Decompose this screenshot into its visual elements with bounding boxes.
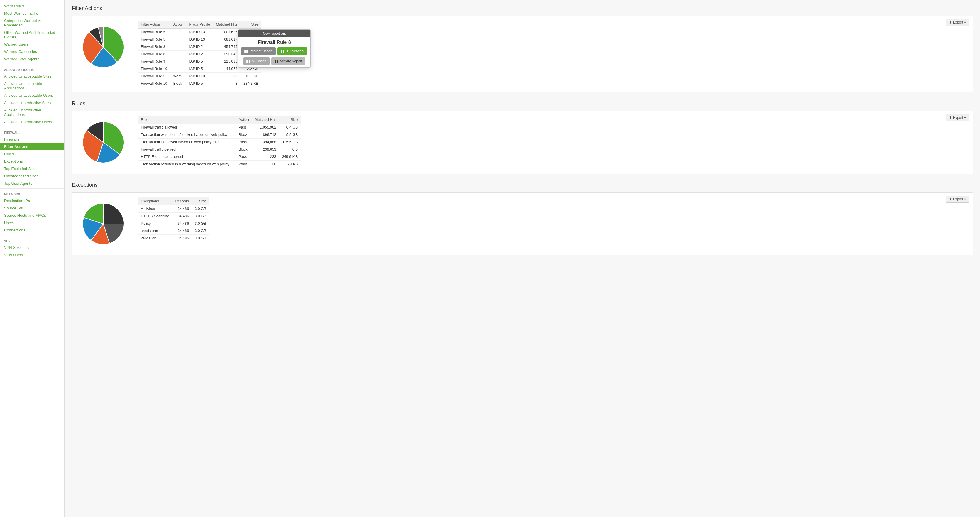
cell-proxy-profile: IAP ID 13 (186, 36, 213, 43)
cell-matched-hits: 1,055,962 (252, 124, 279, 131)
cell-filter-action: Firewall Rule 10 (138, 65, 170, 73)
section-content-exceptions: ⬇ Export ▾ ExceptionsRecordsSize Antivir… (72, 192, 973, 255)
sidebar-item-filter-actions[interactable]: Filter Actions (0, 143, 64, 150)
table-row: HTTP File upload allowed Pass 233 349.9 … (138, 153, 301, 161)
tooltip-buttons-row2: ▮▮ All Usage ▮▮ Activity Report (238, 57, 310, 67)
export-button-exceptions[interactable]: ⬇ Export ▾ (946, 196, 969, 203)
cell-records: 34,486 (172, 205, 192, 213)
table-row: Firewall traffic denied Block 239,653 0 … (138, 146, 301, 153)
cell-filter-action: Firewall Rule 9 (138, 58, 170, 65)
sidebar-item-allowed-unproductive-sites[interactable]: Allowed Unproductive Sites (0, 99, 64, 107)
cell-action: Pass (235, 153, 252, 161)
sidebar-item-allowed-unproductive-apps[interactable]: Allowed Unproductive Applications (0, 107, 64, 118)
cell-size: 0 B (279, 146, 301, 153)
cell-action (170, 65, 186, 73)
table-row: Antivirus 34,486 3.0 GB (138, 205, 209, 213)
sidebar-section-label: FIREWALL (0, 128, 64, 135)
sidebar-item-destination-ips[interactable]: Destination IPs (0, 197, 64, 204)
cell-exception: validation (138, 235, 172, 242)
cell-action: Block (235, 131, 252, 138)
tooltip-btn-activity-report[interactable]: ▮▮ Activity Report (272, 57, 305, 65)
tooltip-btn-internet-usage[interactable]: ▮▮ Internet Usage (241, 47, 275, 55)
col-header: Matched Hits (252, 116, 279, 124)
cell-proxy-profile: IAP ID 13 (186, 73, 213, 80)
cell-matched-hits: 233 (252, 153, 279, 161)
sidebar-item-warn-rules[interactable]: Warn Rules (0, 2, 64, 10)
cell-size: 3.0 GB (192, 220, 209, 227)
rules-table: RuleActionMatched HitsSize Firewall traf… (138, 116, 301, 168)
sidebar-item-top-user-agents[interactable]: Top User Agents (0, 180, 64, 187)
sidebar-item-allowed-unacceptable-sites[interactable]: Allowed Unacceptable Sites (0, 73, 64, 80)
col-header: Action (235, 116, 252, 124)
sidebar-item-warned-categories[interactable]: Warned Categories (0, 48, 64, 55)
sidebar-divider (0, 188, 64, 189)
tooltip-buttons: ▮▮ Internet Usage ▮▮ IT / Network (238, 47, 310, 57)
sidebar-item-allowed-unproductive-users[interactable]: Allowed Unproductive Users (0, 118, 64, 126)
section-title-rules: Rules (72, 100, 973, 107)
cell-size: 3.0 GB (192, 213, 209, 220)
pie-chart (80, 119, 127, 166)
cell-size: 349.9 MB (279, 153, 301, 161)
table-area-exceptions: ExceptionsRecordsSize Antivirus 34,486 3… (138, 197, 968, 242)
cell-matched-hits: 30 (213, 73, 240, 80)
cell-action (170, 51, 186, 58)
pie-area-filter-actions (77, 21, 130, 73)
col-header: Size (192, 197, 209, 205)
table-row: validation 34,486 3.0 GB (138, 235, 209, 242)
cell-exception: sandstorm (138, 227, 172, 235)
sidebar-item-firewalls[interactable]: Firewalls (0, 135, 64, 143)
cell-matched-hits: 454,745 (213, 43, 240, 51)
cell-matched-hits: 44,073 (213, 65, 240, 73)
cell-rule: Firewall traffic denied (138, 146, 235, 153)
sidebar-item-source-hosts-macs[interactable]: Source Hosts and MACs (0, 212, 64, 219)
section-content-rules: ⬇ Export ▾ RuleActionMatched HitsSize Fi… (72, 111, 973, 174)
table-row: Firewall Rule 5 Warn IAP ID 13 30 15.0 K… (138, 73, 261, 80)
cell-action: Warn (235, 161, 252, 168)
sidebar-item-categories-warned[interactable]: Categories Warned And Proceeded (0, 17, 64, 29)
sidebar-item-top-excluded-sites[interactable]: Top Excluded Sites (0, 165, 64, 172)
sidebar-item-most-warned-traffic[interactable]: Most Warned Traffic (0, 10, 64, 17)
sidebar-item-uncategorized-sites[interactable]: Uncategorized Sites (0, 172, 64, 180)
tooltip-header: New report on: (238, 30, 310, 37)
bar-chart-icon: ▮▮ (244, 49, 248, 53)
section-filter-actions: Filter Actions ⬇ Export ▾ Filter ActionA… (72, 5, 973, 92)
export-button-rules[interactable]: ⬇ Export ▾ (946, 114, 969, 121)
tooltip-btn-it-network[interactable]: ▮▮ IT / Network (277, 47, 307, 55)
sidebar-item-connections[interactable]: Connections (0, 226, 64, 234)
sidebar-item-allowed-unacceptable-apps[interactable]: Allowed Unacceptable Applications (0, 80, 64, 92)
sidebar-item-rules[interactable]: Rules (0, 150, 64, 157)
cell-records: 34,486 (172, 227, 192, 235)
table-area-filter-actions: Filter ActionActionProxy ProfileMatched … (138, 21, 968, 87)
col-header: Exceptions (138, 197, 172, 205)
sidebar-item-source-ips[interactable]: Source IPs (0, 204, 64, 212)
cell-records: 34,486 (172, 213, 192, 220)
sidebar-item-vpn-users[interactable]: VPN Users (0, 251, 64, 259)
cell-exception: HTTPS Scanning (138, 213, 172, 220)
sidebar-item-warned-user-agents[interactable]: Warned User Agents (0, 55, 64, 63)
cell-proxy-profile: IAP ID 5 (186, 65, 213, 73)
cell-proxy-profile: IAP ID 2 (186, 43, 213, 51)
cell-proxy-profile: IAP ID 13 (186, 29, 213, 36)
exceptions-table: ExceptionsRecordsSize Antivirus 34,486 3… (138, 197, 209, 242)
tooltip-btn-all-usage[interactable]: ▮▮ All Usage (243, 57, 269, 65)
sidebar-divider (0, 127, 64, 127)
cell-matched-hits: 30 (252, 161, 279, 168)
col-header: Rule (138, 116, 235, 124)
sidebar-item-warned-users[interactable]: Warned Users (0, 41, 64, 48)
sidebar-item-exceptions[interactable]: Exceptions (0, 157, 64, 165)
cell-rule: Firewall traffic allowed (138, 124, 235, 131)
pie-chart (80, 24, 127, 71)
cell-matched-hits: 115,035 (213, 58, 240, 65)
bar-chart-icon: ▮▮ (280, 49, 285, 53)
sidebar-item-vpn-sessions[interactable]: VPN Sessions (0, 244, 64, 251)
cell-proxy-profile: IAP ID 5 (186, 80, 213, 87)
cell-filter-action: Firewall Rule 5 (138, 29, 170, 36)
cell-rule: Transaction is allowed based on web poli… (138, 138, 235, 146)
tooltip-popup: New report on: Firewall Rule 8 ▮▮ Intern… (238, 29, 310, 68)
cell-matched-hits: 394,888 (252, 138, 279, 146)
cell-matched-hits: 239,653 (252, 146, 279, 153)
sidebar-item-users[interactable]: Users (0, 219, 64, 226)
col-header: Records (172, 197, 192, 205)
sidebar-item-other-warned[interactable]: Other Warned And Proceeded Events (0, 29, 64, 41)
sidebar-item-allowed-unacceptable-users[interactable]: Allowed Unacceptable Users (0, 92, 64, 99)
